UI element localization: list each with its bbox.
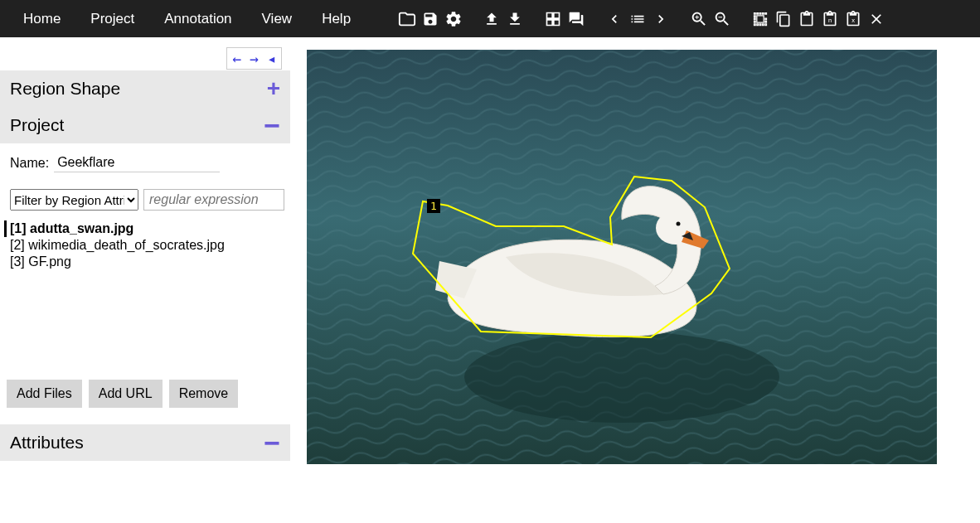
prev-icon[interactable] (604, 9, 624, 29)
download-icon[interactable] (505, 9, 525, 29)
paste-icon[interactable] (797, 9, 817, 29)
paste-x-icon[interactable]: x (843, 9, 863, 29)
file-item[interactable]: [2] wikimedia_death_of_socrates.jpg (10, 237, 280, 254)
undo-left-icon[interactable]: ← (232, 50, 241, 67)
region-shape-title: Region Shape (10, 79, 120, 99)
svg-point-4 (464, 332, 779, 423)
file-item[interactable]: [1] adutta_swan.jpg (4, 220, 280, 237)
filter-select[interactable]: Filter by Region Attribute (10, 189, 138, 211)
project-header[interactable]: Project − (0, 107, 290, 143)
file-item[interactable]: [3] GF.png (10, 254, 280, 270)
plus-icon: + (267, 81, 280, 96)
region-label[interactable]: 1 (427, 199, 440, 213)
minus-icon: − (264, 435, 280, 450)
top-toolbar: Home Project Annotation View Help n x (0, 0, 980, 37)
add-files-button[interactable]: Add Files (7, 380, 82, 408)
menu-project[interactable]: Project (75, 11, 149, 27)
zoom-out-icon[interactable] (712, 9, 732, 29)
menu-annotation[interactable]: Annotation (149, 11, 246, 27)
undo-right-icon[interactable]: → (250, 50, 259, 67)
minus-icon: − (264, 118, 280, 133)
filter-regex-input[interactable] (143, 189, 284, 211)
svg-point-6 (677, 222, 681, 226)
add-url-button[interactable]: Add URL (89, 380, 163, 408)
sidebar: ← → ◂ Region Shape + Project − Name: Fil… (0, 37, 290, 523)
close-icon[interactable] (866, 9, 886, 29)
grid-icon[interactable] (543, 9, 563, 29)
file-list: [1] adutta_swan.jpg [2] wikimedia_death_… (10, 220, 280, 370)
select-all-icon[interactable] (750, 9, 770, 29)
project-title: Project (10, 115, 64, 135)
menu-home[interactable]: Home (8, 11, 75, 27)
name-label: Name: (10, 156, 49, 171)
remove-button[interactable]: Remove (169, 380, 239, 408)
svg-text:x: x (851, 17, 855, 24)
folder-open-icon[interactable] (397, 9, 417, 29)
canvas-area[interactable]: 1 (290, 37, 980, 523)
svg-text:n: n (828, 17, 832, 24)
zoom-in-icon[interactable] (689, 9, 709, 29)
project-panel: Name: Filter by Region Attribute [1] adu… (0, 143, 290, 380)
menu-help[interactable]: Help (307, 11, 366, 27)
upload-icon[interactable] (482, 9, 502, 29)
region-shape-header[interactable]: Region Shape + (0, 70, 290, 107)
comment-icon[interactable] (566, 9, 586, 29)
attributes-title: Attributes (10, 433, 84, 453)
save-icon[interactable] (420, 9, 440, 29)
project-name-input[interactable] (54, 153, 220, 172)
list-icon[interactable] (628, 9, 648, 29)
gear-icon[interactable] (444, 9, 463, 29)
attributes-header[interactable]: Attributes − (0, 424, 290, 461)
next-icon[interactable] (651, 9, 671, 29)
collapse-icon[interactable]: ◂ (267, 50, 276, 67)
copy-icon[interactable] (774, 9, 793, 29)
menu-view[interactable]: View (247, 11, 308, 27)
paste-n-icon[interactable]: n (820, 9, 840, 29)
